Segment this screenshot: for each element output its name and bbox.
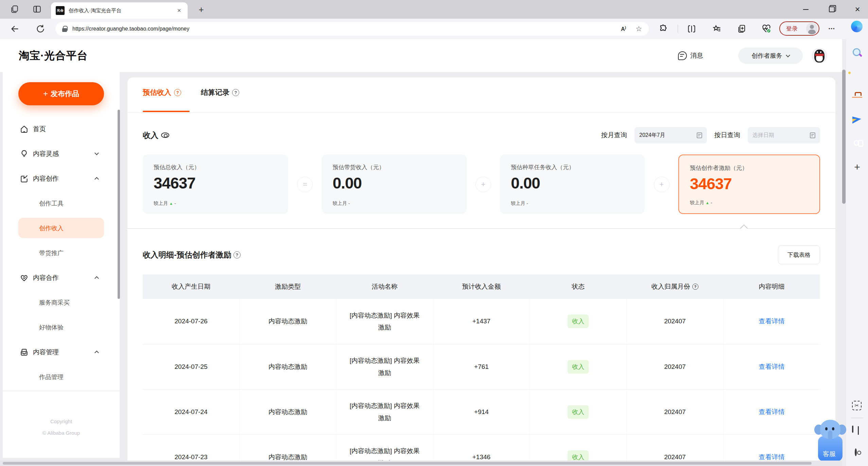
eye-icon[interactable] xyxy=(161,132,169,138)
browser-toolbar: https://creator.guanghe.taobao.com/page/… xyxy=(0,19,868,39)
lightbulb-icon xyxy=(20,149,29,158)
page-horizontal-scrollbar[interactable] xyxy=(0,461,842,466)
tab-estimated-income[interactable]: 预估收入 xyxy=(143,88,181,97)
address-bar[interactable]: https://creator.guanghe.taobao.com/page/… xyxy=(55,22,649,36)
help-icon[interactable] xyxy=(692,284,698,290)
income-header-row: 收入 按月查询 2024年7月 按日查询 选择日期 xyxy=(143,125,820,145)
favorites-icon[interactable] xyxy=(712,24,722,34)
help-icon[interactable] xyxy=(232,89,239,96)
copilot-icon[interactable] xyxy=(851,21,863,32)
favorite-star-icon[interactable] xyxy=(636,25,642,33)
tab-close-icon[interactable] xyxy=(175,7,183,14)
publish-button[interactable]: 发布作品 xyxy=(18,82,104,105)
sidebar-scrollbar[interactable] xyxy=(118,110,120,299)
tab-title: 创作收入·淘宝光合平台 xyxy=(69,7,175,14)
site-header: 淘宝·光合平台 消息 创作者服务 xyxy=(0,39,842,72)
plus-operator: + xyxy=(654,177,670,192)
inbox-icon xyxy=(20,348,29,357)
table-row: 2024-07-26 内容动态激励 [内容动态激励] 内容效果激励 +1437 … xyxy=(143,299,820,344)
sidebar-item-promotion[interactable]: 带货推广 xyxy=(3,240,120,265)
sidebar-item-creation-tools[interactable]: 创作工具 xyxy=(3,191,120,216)
new-tab-button[interactable] xyxy=(196,5,206,14)
calendar-icon xyxy=(697,132,702,138)
tab-settlement-records[interactable]: 结算记录 xyxy=(201,88,239,97)
col-date: 收入产生日期 xyxy=(143,274,240,299)
browser-tab[interactable]: 光合 创作收入·淘宝光合平台 xyxy=(51,2,188,19)
gear-icon[interactable] xyxy=(855,448,857,456)
card-creator-incentive[interactable]: 预估创作者激励（元） 34637 较上月 - xyxy=(678,155,820,214)
settings-more-icon[interactable] xyxy=(829,24,835,32)
refresh-icon[interactable] xyxy=(36,24,45,34)
site-logo[interactable]: 淘宝·光合平台 xyxy=(19,39,88,72)
handshake-icon xyxy=(20,273,29,282)
url-text[interactable]: https://creator.guanghe.taobao.com/page/… xyxy=(72,26,621,32)
col-amount: 预计收入金额 xyxy=(433,274,530,299)
sidebar-item-content-management[interactable]: 内容管理 xyxy=(3,340,120,364)
card-seeding-task-income: 预估种草任务收入（元） 0.00 较上月 - xyxy=(500,155,645,214)
user-avatar[interactable] xyxy=(812,48,827,64)
window-close-button[interactable] xyxy=(850,0,865,19)
view-details-link[interactable]: 查看详情 xyxy=(759,318,785,325)
read-aloud-icon[interactable]: A xyxy=(621,25,626,32)
status-badge: 收入 xyxy=(568,405,589,419)
col-status: 状态 xyxy=(530,274,627,299)
profile-avatar-icon xyxy=(806,23,818,34)
browser-essentials-icon[interactable] xyxy=(762,24,771,34)
sidebar-item-creation-income[interactable]: 创作收入 xyxy=(3,216,120,240)
sidebar-item-cooperation[interactable]: 内容合作 xyxy=(3,265,120,290)
chevron-up-icon xyxy=(94,276,99,281)
col-incentive-type: 激励类型 xyxy=(240,274,336,299)
chevron-down-icon xyxy=(786,53,790,57)
tabs-divider xyxy=(127,112,835,113)
income-section-title: 收入 xyxy=(143,130,169,141)
sidebar-item-creation[interactable]: 内容创作 xyxy=(3,166,120,191)
date-filters: 按月查询 2024年7月 按日查询 选择日期 xyxy=(601,127,820,143)
help-icon[interactable] xyxy=(174,89,181,96)
help-icon[interactable] xyxy=(233,251,241,258)
web-capture-icon[interactable] xyxy=(852,401,862,410)
collections-icon[interactable] xyxy=(737,24,747,34)
sidebar-item-service-purchase[interactable]: 服务商采买 xyxy=(3,290,120,315)
month-filter-label: 按月查询 xyxy=(601,131,627,140)
left-sidebar: 发布作品 首页 内容灵感 内容创作 创作工具 创作 xyxy=(3,72,120,458)
add-sidebar-item-icon[interactable] xyxy=(852,162,862,172)
day-filter-label: 按日查询 xyxy=(714,131,740,140)
toolbar-separator xyxy=(678,25,678,33)
chevron-up-icon xyxy=(94,351,99,355)
view-details-link[interactable]: 查看详情 xyxy=(759,408,785,415)
customer-service-widget[interactable]: 客服 xyxy=(817,418,844,462)
sidebar-item-works-management[interactable]: 作品管理 xyxy=(3,364,120,389)
table-header-row: 收入产生日期 激励类型 活动名称 预计收入金额 状态 收入归属月份 内容明细 xyxy=(143,274,820,299)
col-content-detail: 内容明细 xyxy=(723,274,820,299)
split-view-icon[interactable] xyxy=(852,426,853,433)
window-minimize-button[interactable] xyxy=(798,0,814,19)
extensions-icon[interactable] xyxy=(659,24,668,34)
creator-service-menu[interactable]: 创作者服务 xyxy=(738,48,803,64)
back-icon[interactable] xyxy=(10,24,20,34)
sidebar-separator xyxy=(851,418,863,418)
customer-service-label: 客服 xyxy=(817,450,841,459)
messages-button[interactable]: 消息 xyxy=(678,39,703,72)
login-button[interactable]: 登录 xyxy=(779,21,819,36)
site-favicon: 光合 xyxy=(56,6,65,15)
sidebar-item-inspiration[interactable]: 内容灵感 xyxy=(3,141,120,166)
view-details-link[interactable]: 查看详情 xyxy=(759,363,785,370)
page-vertical-scrollbar[interactable] xyxy=(842,70,846,204)
download-table-button[interactable]: 下载表格 xyxy=(778,245,820,264)
date-picker-input[interactable]: 选择日期 xyxy=(748,127,820,143)
lock-icon xyxy=(62,26,67,32)
split-screen-icon[interactable] xyxy=(687,24,696,34)
sidebar-item-product-trial[interactable]: 好物体验 xyxy=(3,315,120,340)
edge-sidebar xyxy=(846,39,868,466)
edit-icon xyxy=(20,174,29,183)
month-picker-input[interactable]: 2024年7月 xyxy=(635,127,707,143)
browser-window: 光合 创作收入·淘宝光合平台 https://creator.guanghe.t… xyxy=(0,0,868,466)
chevron-down-icon xyxy=(94,151,99,155)
window-restore-button[interactable] xyxy=(824,0,839,19)
tab-actions-icon[interactable] xyxy=(33,5,41,14)
workspaces-icon[interactable] xyxy=(10,5,19,14)
view-details-link[interactable]: 查看详情 xyxy=(759,453,785,461)
table-row: 2024-07-23 内容动态激励 [内容动态激励] 内容效果激励 +1346 … xyxy=(143,434,820,463)
sidebar-item-home[interactable]: 首页 xyxy=(3,116,120,141)
section-divider xyxy=(127,228,835,229)
